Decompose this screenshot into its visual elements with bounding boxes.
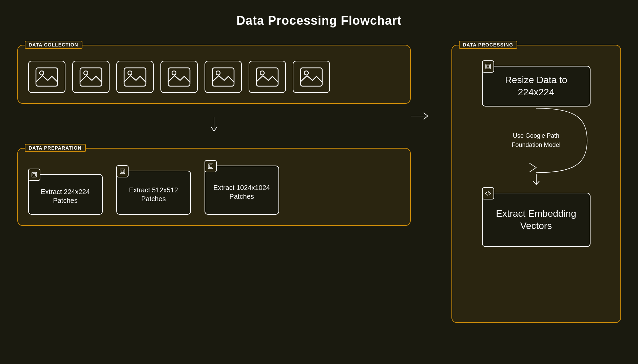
- svg-rect-12: [301, 68, 322, 86]
- data-processing-label: DATA PROCESSING: [459, 41, 518, 49]
- image-placeholder-1: [28, 61, 65, 93]
- svg-rect-20: [209, 165, 212, 168]
- svg-rect-22: [486, 64, 490, 69]
- data-collection-section: DATA COLLECTION: [17, 45, 411, 104]
- svg-rect-4: [124, 68, 146, 86]
- svg-point-7: [172, 71, 176, 75]
- svg-rect-6: [168, 68, 190, 86]
- svg-point-9: [216, 71, 220, 75]
- svg-rect-23: [487, 65, 489, 68]
- svg-point-1: [40, 71, 44, 75]
- image-placeholder-2: [72, 61, 110, 93]
- data-collection-label: DATA COLLECTION: [25, 41, 82, 49]
- svg-rect-10: [256, 68, 278, 86]
- image-placeholder-4: [160, 61, 198, 93]
- extract-1024-card: Extract 1024x1024 Patches: [205, 166, 279, 215]
- svg-point-3: [84, 71, 88, 75]
- image-placeholder-7: [293, 61, 330, 93]
- extract-224-card: Extract 224x224 Patches: [28, 174, 103, 215]
- google-path-text: Use Google Path Foundation Model: [509, 131, 563, 150]
- svg-rect-8: [212, 68, 234, 86]
- svg-rect-16: [33, 173, 36, 176]
- svg-rect-0: [36, 68, 58, 86]
- resize-card: Resize Data to 224x224: [482, 66, 591, 107]
- svg-point-13: [304, 71, 308, 75]
- svg-point-5: [128, 71, 132, 75]
- image-placeholder-6: [249, 61, 286, 93]
- extract-512-card: Extract 512x512 Patches: [116, 171, 191, 215]
- data-processing-section: DATA PROCESSING Resize Data to 224x224: [451, 45, 621, 323]
- embed-card: Extract Embedding Vectors: [482, 193, 591, 247]
- svg-rect-19: [208, 164, 213, 169]
- svg-rect-15: [32, 172, 37, 177]
- svg-rect-2: [80, 68, 102, 86]
- svg-rect-18: [121, 170, 124, 173]
- data-preparation-section: DATA PREPARATION Extract 224x224 Patches: [17, 148, 411, 226]
- svg-rect-17: [120, 169, 125, 174]
- image-placeholder-3: [116, 61, 154, 93]
- data-preparation-label: DATA PREPARATION: [25, 144, 86, 152]
- svg-point-11: [260, 71, 264, 75]
- page-title: Data Processing Flowchart: [236, 14, 402, 28]
- image-placeholder-5: [205, 61, 242, 93]
